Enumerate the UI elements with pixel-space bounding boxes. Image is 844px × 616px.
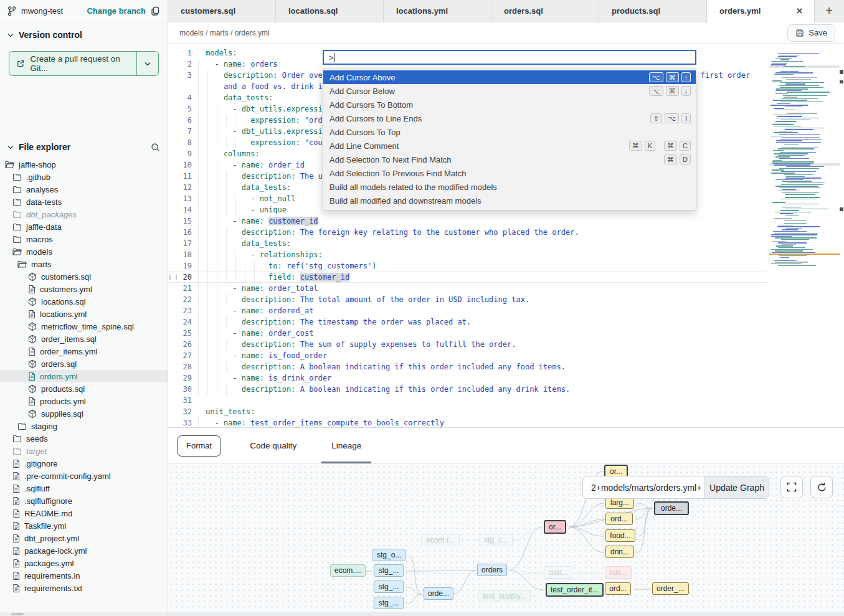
code-line[interactable]: 23- name: ordered_at xyxy=(168,305,767,316)
file-tree-item[interactable]: .gitignore xyxy=(0,457,168,470)
change-branch-link[interactable]: Change branch xyxy=(87,6,146,16)
file-tree-folder[interactable]: models xyxy=(0,245,168,258)
search-icon[interactable] xyxy=(151,143,160,152)
create-pr-button[interactable]: Create a pull request on Git... xyxy=(9,51,159,76)
code-line[interactable]: 25- name: order_cost xyxy=(168,328,767,339)
fullscreen-button[interactable] xyxy=(780,476,803,498)
file-tree-item[interactable]: locations.sql xyxy=(0,295,168,308)
code-line[interactable]: 22description: The total amount of the o… xyxy=(168,294,767,305)
code-line[interactable]: 20field: customer_id xyxy=(168,272,767,283)
file-tree-item[interactable]: locations.yml xyxy=(0,308,168,320)
file-tree-folder[interactable]: marts xyxy=(0,258,168,270)
panel-tab-lineage[interactable]: Lineage xyxy=(331,428,361,464)
lineage-node[interactable]: stg_... xyxy=(374,564,404,577)
lineage-hscrollbar[interactable] xyxy=(168,612,844,616)
panel-tab-code-quality[interactable]: Code quality xyxy=(250,428,296,464)
file-tree-item[interactable]: requirements.txt xyxy=(0,582,168,594)
lineage-node[interactable]: stg_... xyxy=(374,597,404,609)
lineage-node[interactable]: cus... xyxy=(605,566,632,579)
version-control-header[interactable]: Version control xyxy=(0,22,168,45)
minimap[interactable] xyxy=(769,53,840,277)
file-tree-item[interactable]: customers.sql xyxy=(0,270,168,283)
lineage-node[interactable]: test_order_it... xyxy=(546,583,604,597)
tab-orders.sql[interactable]: orders.sql xyxy=(491,0,599,22)
lineage-node[interactable]: test_supply... xyxy=(478,590,531,602)
file-tree-folder[interactable]: jaffle-data xyxy=(0,220,168,233)
lineage-node[interactable]: cust... xyxy=(544,566,572,579)
sidebar-scrollbar[interactable] xyxy=(0,612,168,616)
file-tree-folder[interactable]: target xyxy=(0,445,168,457)
command-item[interactable]: Build all models related to the modified… xyxy=(323,180,696,194)
command-palette-input[interactable]: > xyxy=(323,50,696,65)
command-item[interactable]: Add Selection To Next Find Match⌘D xyxy=(323,153,696,166)
copy-icon[interactable] xyxy=(151,6,160,16)
code-line[interactable]: 24description: The timestamp the order w… xyxy=(168,316,767,328)
command-item[interactable]: Add Selection To Previous Find Match xyxy=(323,166,696,180)
lineage-node[interactable]: order_... xyxy=(652,582,689,595)
update-graph-button[interactable]: Update Graph xyxy=(704,476,769,498)
lineage-node[interactable]: orde... xyxy=(654,501,689,515)
editor-scrollbar-thumb[interactable] xyxy=(840,80,843,83)
file-tree-item[interactable]: supplies.sql xyxy=(0,407,168,420)
file-tree-item[interactable]: .sqlfluffignore xyxy=(0,495,168,507)
code-line[interactable]: 17data_tests: xyxy=(168,238,767,249)
code-line[interactable]: 18- relationships: xyxy=(168,249,767,260)
lineage-node[interactable]: stg_c... xyxy=(480,534,513,546)
file-tree-item[interactable]: README.md xyxy=(0,507,168,519)
command-item[interactable]: Add Cursors To Bottom xyxy=(323,98,696,111)
command-item[interactable]: Add Cursor Above⌥⌘↑ xyxy=(323,70,696,84)
code-line[interactable]: 16description: The foreign key relating … xyxy=(168,227,767,238)
pr-options-caret[interactable] xyxy=(137,52,158,75)
file-tree-item[interactable]: package-lock.yml xyxy=(0,544,168,557)
format-button[interactable]: Format xyxy=(177,435,221,457)
code-line[interactable]: 31 xyxy=(168,395,767,406)
lineage-node[interactable]: ecom.... xyxy=(330,564,366,577)
model-selector-input[interactable]: 2+models/marts/orders.yml+ xyxy=(583,476,704,498)
command-item[interactable]: Add Line Comment⌘K⌘C xyxy=(323,139,696,153)
code-line[interactable]: 21- name: order_total xyxy=(168,283,767,294)
file-tree-item[interactable]: products.yml xyxy=(0,395,168,407)
file-tree-folder[interactable]: analyses xyxy=(0,183,168,196)
code-line[interactable]: 30description: A boolean indicating if t… xyxy=(168,384,767,395)
command-item[interactable]: Build all modified and downstream models xyxy=(323,194,696,207)
file-tree-item[interactable]: dbt_project.yml xyxy=(0,532,168,544)
tab-locations.yml[interactable]: locations.yml xyxy=(384,0,491,22)
code-line[interactable]: 27- name: is_food_order xyxy=(168,350,767,361)
file-tree-folder[interactable]: staging xyxy=(0,420,168,432)
file-tree-item[interactable]: requirements.in xyxy=(0,569,168,582)
file-tree-item[interactable]: order_items.yml xyxy=(0,345,168,358)
tab-locations.sql[interactable]: locations.sql xyxy=(276,0,384,22)
file-tree-folder[interactable]: dbt_packages xyxy=(0,208,168,220)
editor-scrollbar-thumb[interactable] xyxy=(840,70,843,74)
file-tree-item[interactable]: orders.sql xyxy=(0,358,168,370)
tab-orders.yml[interactable]: orders.yml✕ xyxy=(707,0,815,22)
file-tree-folder[interactable]: data-tests xyxy=(0,196,168,208)
file-tree-folder[interactable]: seeds xyxy=(0,432,168,445)
file-tree-folder[interactable]: jaffle-shop xyxy=(0,158,168,171)
file-tree-item[interactable]: metricflow_time_spine.sql xyxy=(0,320,168,333)
lineage-node[interactable]: orde... xyxy=(424,587,453,600)
file-tree-item[interactable]: packages.yml xyxy=(0,557,168,569)
command-item[interactable]: Add Cursors To Top xyxy=(323,125,696,139)
lineage-node[interactable]: ord... xyxy=(605,582,631,595)
new-tab-button[interactable]: + xyxy=(815,0,843,22)
file-tree-item[interactable]: order_items.sql xyxy=(0,333,168,345)
tab-products.sql[interactable]: products.sql xyxy=(599,0,707,22)
code-line[interactable]: 15- name: customer_id xyxy=(168,216,767,227)
file-tree-item[interactable]: .sqlfluff xyxy=(0,482,168,495)
lineage-node[interactable]: ecom.r... xyxy=(421,534,460,546)
refresh-button[interactable] xyxy=(810,476,833,498)
code-editor[interactable]: 1models:2- name: orders3description: Ord… xyxy=(168,44,844,427)
code-line[interactable]: 32unit_tests: xyxy=(168,406,767,417)
code-line[interactable]: 33- name: test_order_items_compute_to_bo… xyxy=(168,417,767,427)
lineage-node[interactable]: ord... xyxy=(605,513,633,525)
file-tree-item[interactable]: .pre-commit-config.yaml xyxy=(0,470,168,482)
code-line[interactable]: 29- name: is_drink_order xyxy=(168,372,767,384)
file-tree-folder[interactable]: .github xyxy=(0,171,168,183)
file-tree-item[interactable]: products.sql xyxy=(0,382,168,395)
save-button[interactable]: Save xyxy=(787,24,835,42)
lineage-node[interactable]: or... xyxy=(544,520,566,534)
lineage-node[interactable]: stg_... xyxy=(374,580,404,593)
lineage-node[interactable]: drin... xyxy=(605,546,634,558)
command-item[interactable]: Add Cursors to Line Ends⇧⌥I xyxy=(323,111,696,125)
